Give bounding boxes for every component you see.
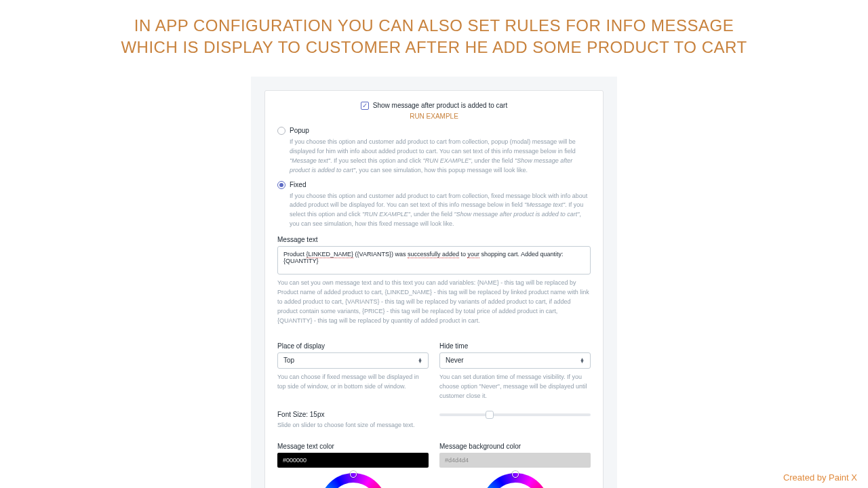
font-size-label: Font Size: 15px (277, 411, 429, 418)
checkbox-icon: ✓ (361, 102, 369, 110)
bg-color-picker[interactable] (481, 473, 549, 488)
bg-color-input[interactable]: #d4d4d4 (439, 453, 591, 468)
hue-cursor-icon[interactable] (350, 471, 357, 478)
message-text-helper: You can set you own message text and to … (277, 279, 591, 326)
resize-handle-icon[interactable] (582, 266, 589, 272)
hide-time-label: Hide time (439, 342, 591, 350)
fixed-radio-label: Fixed (290, 181, 306, 188)
radio-icon (277, 181, 285, 189)
hide-time-select[interactable]: Never ▲▼ (439, 352, 591, 369)
place-of-display-helper: You can choose if fixed message will be … (277, 373, 429, 392)
headline-line-2: WHICH IS DISPLAY TO CUSTOMER AFTER HE AD… (0, 37, 868, 58)
place-of-display-value: Top (283, 357, 294, 364)
text-color-picker[interactable] (319, 473, 387, 488)
text-color-value: #000000 (283, 457, 307, 464)
place-of-display-label: Place of display (277, 342, 429, 350)
config-card: ✓ Show message after product is added to… (264, 90, 604, 488)
page-headline: IN APP CONFIGURATION YOU CAN ALSO SET RU… (0, 0, 868, 59)
show-message-label: Show message after product is added to c… (373, 102, 507, 109)
fixed-description: If you choose this option and customer a… (290, 192, 591, 230)
message-text-label: Message text (277, 236, 591, 243)
radio-icon (277, 127, 285, 135)
bg-color-value: #d4d4d4 (445, 457, 469, 464)
font-size-slider[interactable] (439, 413, 591, 416)
checkmark-icon: ✓ (362, 102, 368, 109)
hide-time-helper: You can set duration time of message vis… (439, 373, 591, 401)
headline-line-1: IN APP CONFIGURATION YOU CAN ALSO SET RU… (0, 15, 868, 37)
select-arrows-icon: ▲▼ (418, 358, 422, 363)
popup-description: If you choose this option and customer a… (290, 138, 591, 176)
text-color-input[interactable]: #000000 (277, 453, 429, 468)
run-example-link[interactable]: RUN EXAMPLE (277, 113, 591, 120)
hide-time-value: Never (446, 357, 464, 364)
config-outer-shell: ✓ Show message after product is added to… (251, 77, 617, 488)
font-size-helper: Slide on slider to choose font size of m… (277, 421, 429, 430)
text-color-label: Message text color (277, 443, 429, 450)
message-text-input[interactable]: Product {LINKED_NAME} ({VARIANTS}) was s… (277, 246, 591, 274)
display-type-popup-radio[interactable]: Popup (277, 127, 591, 135)
bg-color-label: Message background color (439, 443, 591, 450)
show-message-checkbox[interactable]: ✓ Show message after product is added to… (361, 102, 507, 110)
place-of-display-select[interactable]: Top ▲▼ (277, 352, 429, 369)
popup-radio-label: Popup (290, 127, 309, 134)
radio-dot-icon (279, 183, 283, 187)
credit-text: Created by Paint X (783, 472, 857, 483)
select-arrows-icon: ▲▼ (580, 358, 585, 363)
slider-thumb-icon[interactable] (486, 411, 494, 419)
display-type-fixed-radio[interactable]: Fixed (277, 181, 591, 189)
hue-cursor-icon[interactable] (512, 471, 519, 478)
